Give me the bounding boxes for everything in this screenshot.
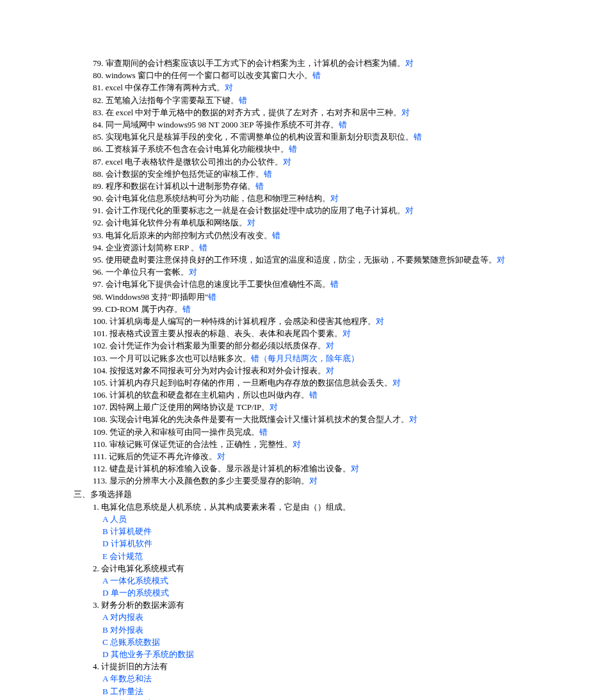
mc-question: 4. 计提折旧的方法有 (93, 661, 589, 672)
tf-item-number: 81. (93, 83, 106, 92)
tf-item-number: 112. (93, 464, 109, 473)
tf-item-answer: 错 (289, 144, 297, 154)
mc-option: D 计算机软件 (93, 538, 589, 549)
tf-item-answer: 错 (330, 279, 339, 289)
mc-option: D 其他业务子系统的数据 (93, 649, 589, 660)
tf-item-answer: 错 (414, 132, 422, 142)
tf-item: 84. 同一局域网中 windows95 98 NT 2000 3EP 等操作系… (74, 119, 589, 131)
multiple-choice-list: 1. 电算化信息系统是人机系统，从其构成要素来看，它是由（）组成。A 人员B 计… (74, 501, 589, 700)
tf-item-answer: 错 (239, 95, 247, 105)
tf-item-number: 100. (93, 316, 109, 326)
mc-option: A 年数总和法 (93, 673, 589, 685)
tf-item-text: Winddows98 支持"即插即用" (105, 292, 208, 302)
tf-item: 111. 记账后的凭证不再允许修改。对 (74, 451, 589, 462)
tf-item-answer: 对 (330, 193, 339, 203)
tf-item: 88. 会计数据的安全维护包括凭证的审核工作。错 (74, 168, 589, 180)
tf-item: 82. 五笔输入法指每个字需要敲五下键。错 (74, 95, 589, 106)
tf-item-number: 106. (93, 390, 109, 400)
tf-item-number: 99. (93, 304, 106, 314)
tf-item-answer: 对 (409, 414, 417, 424)
tf-item-text: 审查期间的会计档案应该以手工方式下的会计档案为主，计算机的会计档案为辅。 (106, 58, 405, 68)
tf-item-answer: 对 (225, 83, 233, 92)
tf-item: 113. 显示的分辨率大小及颜色数的多少主要受显存的影响。对 (74, 475, 589, 487)
tf-item-number: 110. (93, 439, 109, 449)
mc-question: 3. 财务分析的数据来源有 (93, 599, 589, 611)
tf-item: 99. CD-ROM 属于内存。错 (74, 304, 589, 315)
tf-item: 83. 在 excel 中对于单元格中的数据的对齐方式，提供了左对齐，右对齐和居… (74, 107, 589, 118)
mc-question: 1. 电算化信息系统是人机系统，从其构成要素来看，它是由（）组成。 (93, 501, 589, 513)
tf-item: 80. windows 窗口中的任何一个窗口都可以改变其窗口大小。错 (74, 70, 589, 81)
mc-question-text: 电算化信息系统是人机系统，从其构成要素来看，它是由（）组成。 (101, 502, 351, 512)
tf-item-number: 103. (93, 354, 109, 363)
tf-item: 106. 计算机的软盘和硬盘都在主机箱内，所以也叫做内存。错 (74, 389, 589, 401)
mc-question-number: 4. (93, 662, 101, 671)
mc-item: 3. 财务分析的数据来源有A 对内报表B 对外报表C 总账系统数据D 其他业务子… (74, 599, 589, 660)
tf-item-text: excel 中保存工作簿有两种方式。 (106, 83, 225, 92)
tf-item-answer: 对 (405, 58, 414, 68)
tf-item: 107. 因特网上最广泛使用的网络协议是 TCP/IP。对 (74, 402, 589, 413)
mc-question-number: 2. (93, 564, 101, 573)
tf-item-number: 109. (93, 427, 109, 437)
mc-option: B 工作量法 (93, 686, 589, 697)
tf-item-number: 104. (93, 366, 109, 375)
tf-item-number: 83. (93, 108, 106, 117)
tf-item-text: 五笔输入法指每个字需要敲五下键。 (106, 95, 239, 105)
tf-item-number: 82. (93, 95, 106, 105)
tf-item-text: excel 电子表格软件是微软公司推出的办公软件。 (106, 157, 284, 167)
tf-item: 91. 会计工作现代化的重要标志之一就是在会计数据处理中成功的应用了电子计算机。… (74, 205, 589, 216)
mc-option: A 对内报表 (93, 612, 589, 623)
tf-item-answer: 错 (255, 181, 264, 191)
tf-item-number: 85. (93, 132, 106, 142)
tf-item-number: 108. (93, 414, 109, 424)
mc-item: 2. 会计电算化系统模式有A 一体化系统模式D 单一的系统模式 (74, 563, 589, 599)
tf-item-text: 企业资源计划简称 ERP 。 (106, 243, 200, 252)
tf-item: 103. 一个月可以记账多次也可以结账多次。错（每月只结两次，除年底） (74, 353, 589, 364)
mc-item: 1. 电算化信息系统是人机系统，从其构成要素来看，它是由（）组成。A 人员B 计… (74, 501, 589, 562)
tf-item-number: 92. (93, 218, 106, 227)
tf-item: 85. 实现电算化只是核算手段的变化，不需调整单位的机构设置和重新划分职责及职位… (74, 131, 589, 143)
tf-item-number: 95. (93, 255, 106, 265)
tf-item-answer: 错 (199, 243, 207, 252)
mc-item: 4. 计提折旧的方法有A 年数总和法B 工作量法D 平均年限法 (74, 661, 589, 700)
mc-option: B 对外报表 (93, 624, 589, 636)
tf-item: 104. 按报送对象不同报表可分为对内会计报表和对外会计报表。对 (74, 365, 589, 377)
tf-item-answer: 对 (376, 316, 384, 326)
tf-item-text: 在 excel 中对于单元格中的数据的对齐方式，提供了左对齐，右对齐和居中三种。 (106, 108, 402, 117)
tf-item: 112. 键盘是计算机的标准输入设备。显示器是计算机的标准输出设备。对 (74, 463, 589, 475)
tf-item: 89. 程序和数据在计算机以十进制形势存储。错 (74, 181, 589, 192)
tf-item-text: 因特网上最广泛使用的网络协议是 TCP/IP。 (109, 402, 270, 412)
tf-item-number: 113. (93, 476, 109, 485)
tf-item-number: 96. (93, 267, 106, 277)
tf-item: 95. 使用硬盘时要注意保持良好的工作环境，如适宜的温度和适度，防尘，无振动，不… (74, 254, 589, 266)
mc-question-number: 1. (93, 502, 101, 512)
tf-item-text: 会计工作现代化的重要标志之一就是在会计数据处理中成功的应用了电子计算机。 (106, 206, 405, 215)
tf-item: 97. 会计电算化下提供会计信息的速度比手工要快但准确性不高。错 (74, 279, 589, 290)
tf-item-number: 107. (93, 402, 109, 412)
tf-item: 102. 会计凭证作为会计档案最为重要的部分都必须以纸质保存。对 (74, 340, 589, 352)
tf-item-text: 会计电算化下提供会计信息的速度比手工要快但准确性不高。 (106, 279, 330, 289)
mc-option: A 人员 (93, 514, 589, 525)
tf-item-answer: 错 (309, 390, 318, 400)
tf-item-number: 84. (93, 120, 106, 129)
tf-item-answer: 对 (217, 452, 225, 461)
mc-option: B 计算机硬件 (93, 526, 589, 537)
tf-item-number: 91. (93, 206, 106, 215)
mc-question-number: 3. (93, 600, 101, 610)
tf-item-answer: 错 (182, 304, 191, 314)
tf-item-text: 显示的分辨率大小及颜色数的多少主要受显存的影响。 (109, 476, 309, 485)
tf-item-number: 89. (93, 181, 106, 191)
tf-item-number: 93. (93, 231, 106, 240)
tf-item-text: CD-ROM 属于内存。 (106, 304, 182, 314)
tf-item: 105. 计算机内存只起到临时存储的作用，一旦断电内存存放的数据信息就会丢失。对 (74, 377, 589, 389)
tf-item-number: 86. (93, 144, 106, 154)
tf-item-number: 97. (93, 279, 106, 289)
tf-item-answer: 对 (401, 108, 410, 117)
tf-item-answer: 对 (189, 267, 197, 277)
mc-question-text: 计提折旧的方法有 (101, 662, 168, 671)
tf-item-answer: 对 (326, 341, 334, 350)
tf-item-number: 94. (93, 243, 106, 252)
tf-item-number: 111. (93, 452, 109, 461)
mc-option: D 单一的系统模式 (93, 587, 589, 599)
tf-item-number: 88. (93, 169, 106, 179)
tf-item-answer: 对 (497, 255, 505, 265)
